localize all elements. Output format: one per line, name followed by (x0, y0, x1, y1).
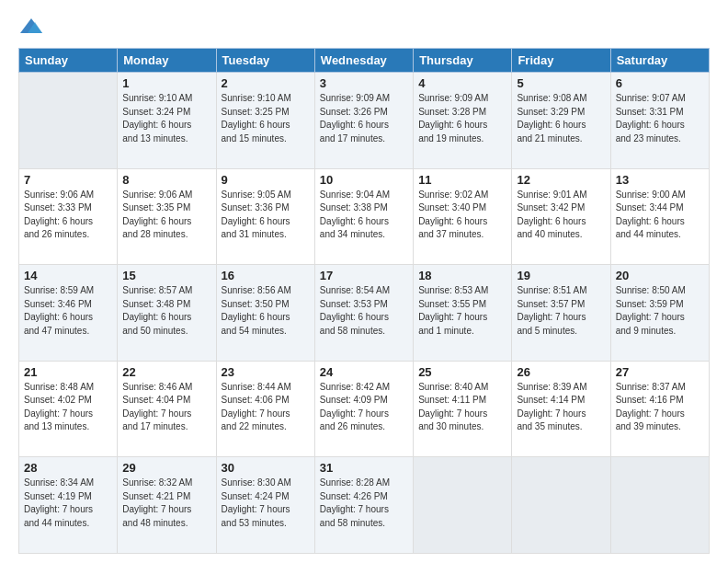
calendar-week-row: 1Sunrise: 9:10 AMSunset: 3:24 PMDaylight… (19, 73, 710, 169)
day-info: Sunrise: 8:46 AMSunset: 4:04 PMDaylight:… (122, 381, 210, 434)
day-number: 20 (616, 269, 704, 282)
calendar-cell: 26Sunrise: 8:39 AMSunset: 4:14 PMDayligh… (512, 361, 610, 457)
day-number: 16 (222, 269, 310, 282)
calendar-cell: 24Sunrise: 8:42 AMSunset: 4:09 PMDayligh… (314, 361, 413, 457)
day-number: 28 (24, 461, 112, 475)
logo (18, 15, 48, 40)
day-info: Sunrise: 8:44 AMSunset: 4:06 PMDaylight:… (222, 381, 310, 434)
weekday-header-row: SundayMondayTuesdayWednesdayThursdayFrid… (19, 49, 710, 73)
calendar-cell: 9Sunrise: 9:05 AMSunset: 3:36 PMDaylight… (216, 168, 314, 265)
calendar-cell: 31Sunrise: 8:28 AMSunset: 4:26 PMDayligh… (314, 457, 413, 554)
day-info: Sunrise: 8:50 AMSunset: 3:59 PMDaylight:… (616, 284, 704, 338)
day-number: 27 (616, 365, 704, 379)
calendar-cell: 21Sunrise: 8:48 AMSunset: 4:02 PMDayligh… (19, 361, 118, 457)
weekday-header-monday: Monday (118, 49, 216, 73)
day-info: Sunrise: 8:51 AMSunset: 3:57 PMDaylight:… (517, 284, 605, 338)
calendar-body: 1Sunrise: 9:10 AMSunset: 3:24 PMDaylight… (19, 73, 710, 554)
day-info: Sunrise: 9:07 AMSunset: 3:31 PMDaylight:… (616, 92, 704, 145)
day-number: 11 (418, 173, 506, 187)
day-number: 19 (517, 269, 605, 282)
calendar-cell (610, 457, 709, 554)
day-info: Sunrise: 8:54 AMSunset: 3:53 PMDaylight:… (320, 284, 408, 338)
calendar-cell: 16Sunrise: 8:56 AMSunset: 3:50 PMDayligh… (216, 265, 314, 362)
calendar-cell: 30Sunrise: 8:30 AMSunset: 4:24 PMDayligh… (216, 457, 314, 554)
day-info: Sunrise: 8:39 AMSunset: 4:14 PMDaylight:… (517, 381, 605, 434)
day-info: Sunrise: 8:56 AMSunset: 3:50 PMDaylight:… (222, 284, 310, 338)
day-info: Sunrise: 8:40 AMSunset: 4:11 PMDaylight:… (418, 381, 506, 434)
calendar-cell: 20Sunrise: 8:50 AMSunset: 3:59 PMDayligh… (610, 265, 709, 362)
day-number: 2 (222, 76, 310, 90)
day-number: 9 (222, 173, 310, 187)
calendar-cell: 27Sunrise: 8:37 AMSunset: 4:16 PMDayligh… (610, 361, 709, 457)
day-info: Sunrise: 8:57 AMSunset: 3:48 PMDaylight:… (122, 284, 210, 338)
weekday-header-sunday: Sunday (19, 49, 118, 73)
calendar-table: SundayMondayTuesdayWednesdayThursdayFrid… (18, 48, 710, 554)
day-info: Sunrise: 9:08 AMSunset: 3:29 PMDaylight:… (517, 92, 605, 145)
calendar-cell: 15Sunrise: 8:57 AMSunset: 3:48 PMDayligh… (118, 265, 216, 362)
calendar-cell: 2Sunrise: 9:10 AMSunset: 3:25 PMDaylight… (216, 73, 314, 169)
calendar-cell: 8Sunrise: 9:06 AMSunset: 3:35 PMDaylight… (118, 168, 216, 265)
header (18, 15, 710, 40)
day-number: 8 (122, 173, 210, 187)
calendar-cell: 7Sunrise: 9:06 AMSunset: 3:33 PMDaylight… (19, 168, 118, 265)
day-number: 31 (320, 461, 408, 475)
day-info: Sunrise: 8:48 AMSunset: 4:02 PMDaylight:… (24, 381, 112, 434)
day-number: 13 (616, 173, 704, 187)
day-info: Sunrise: 8:34 AMSunset: 4:19 PMDaylight:… (24, 477, 112, 530)
day-number: 14 (24, 269, 112, 282)
day-info: Sunrise: 8:42 AMSunset: 4:09 PMDaylight:… (320, 381, 408, 434)
calendar-cell: 17Sunrise: 8:54 AMSunset: 3:53 PMDayligh… (314, 265, 413, 362)
weekday-header-saturday: Saturday (610, 49, 709, 73)
day-info: Sunrise: 8:59 AMSunset: 3:46 PMDaylight:… (24, 284, 112, 338)
calendar-cell: 25Sunrise: 8:40 AMSunset: 4:11 PMDayligh… (414, 361, 512, 457)
day-number: 18 (418, 269, 506, 282)
calendar-cell: 28Sunrise: 8:34 AMSunset: 4:19 PMDayligh… (19, 457, 118, 554)
weekday-header-thursday: Thursday (414, 49, 512, 73)
calendar-cell: 13Sunrise: 9:00 AMSunset: 3:44 PMDayligh… (610, 168, 709, 265)
day-info: Sunrise: 8:53 AMSunset: 3:55 PMDaylight:… (418, 284, 506, 338)
day-number: 6 (616, 76, 704, 90)
day-info: Sunrise: 9:09 AMSunset: 3:28 PMDaylight:… (418, 92, 506, 145)
calendar-cell: 22Sunrise: 8:46 AMSunset: 4:04 PMDayligh… (118, 361, 216, 457)
weekday-header-tuesday: Tuesday (216, 49, 314, 73)
calendar-cell (512, 457, 610, 554)
day-number: 25 (418, 365, 506, 379)
day-number: 24 (320, 365, 408, 379)
day-info: Sunrise: 9:10 AMSunset: 3:25 PMDaylight:… (222, 92, 310, 145)
calendar-cell: 23Sunrise: 8:44 AMSunset: 4:06 PMDayligh… (216, 361, 314, 457)
calendar-cell: 5Sunrise: 9:08 AMSunset: 3:29 PMDaylight… (512, 73, 610, 169)
calendar-week-row: 14Sunrise: 8:59 AMSunset: 3:46 PMDayligh… (19, 265, 710, 362)
weekday-header-friday: Friday (512, 49, 610, 73)
day-info: Sunrise: 8:37 AMSunset: 4:16 PMDaylight:… (616, 381, 704, 434)
day-info: Sunrise: 9:04 AMSunset: 3:38 PMDaylight:… (320, 189, 408, 242)
day-number: 15 (122, 269, 210, 282)
calendar-cell: 14Sunrise: 8:59 AMSunset: 3:46 PMDayligh… (19, 265, 118, 362)
day-info: Sunrise: 9:02 AMSunset: 3:40 PMDaylight:… (418, 189, 506, 242)
calendar-cell: 19Sunrise: 8:51 AMSunset: 3:57 PMDayligh… (512, 265, 610, 362)
calendar-cell: 6Sunrise: 9:07 AMSunset: 3:31 PMDaylight… (610, 73, 709, 169)
day-info: Sunrise: 9:09 AMSunset: 3:26 PMDaylight:… (320, 92, 408, 145)
day-info: Sunrise: 9:06 AMSunset: 3:33 PMDaylight:… (24, 189, 112, 242)
calendar-cell: 4Sunrise: 9:09 AMSunset: 3:28 PMDaylight… (414, 73, 512, 169)
day-info: Sunrise: 8:32 AMSunset: 4:21 PMDaylight:… (122, 477, 210, 530)
day-number: 5 (517, 76, 605, 90)
day-number: 30 (222, 461, 310, 475)
calendar-cell: 29Sunrise: 8:32 AMSunset: 4:21 PMDayligh… (118, 457, 216, 554)
calendar-header: SundayMondayTuesdayWednesdayThursdayFrid… (19, 49, 710, 73)
day-number: 3 (320, 76, 408, 90)
day-number: 22 (122, 365, 210, 379)
day-info: Sunrise: 9:06 AMSunset: 3:35 PMDaylight:… (122, 189, 210, 242)
weekday-header-wednesday: Wednesday (314, 49, 413, 73)
day-info: Sunrise: 8:28 AMSunset: 4:26 PMDaylight:… (320, 477, 408, 530)
calendar-cell: 10Sunrise: 9:04 AMSunset: 3:38 PMDayligh… (314, 168, 413, 265)
day-number: 1 (122, 76, 210, 90)
day-info: Sunrise: 9:00 AMSunset: 3:44 PMDaylight:… (616, 189, 704, 242)
calendar-cell: 1Sunrise: 9:10 AMSunset: 3:24 PMDaylight… (118, 73, 216, 169)
calendar-week-row: 28Sunrise: 8:34 AMSunset: 4:19 PMDayligh… (19, 457, 710, 554)
logo-icon (18, 15, 44, 40)
day-number: 4 (418, 76, 506, 90)
day-info: Sunrise: 9:10 AMSunset: 3:24 PMDaylight:… (122, 92, 210, 145)
page: SundayMondayTuesdayWednesdayThursdayFrid… (0, 0, 728, 563)
calendar-week-row: 7Sunrise: 9:06 AMSunset: 3:33 PMDaylight… (19, 168, 710, 265)
day-number: 23 (222, 365, 310, 379)
